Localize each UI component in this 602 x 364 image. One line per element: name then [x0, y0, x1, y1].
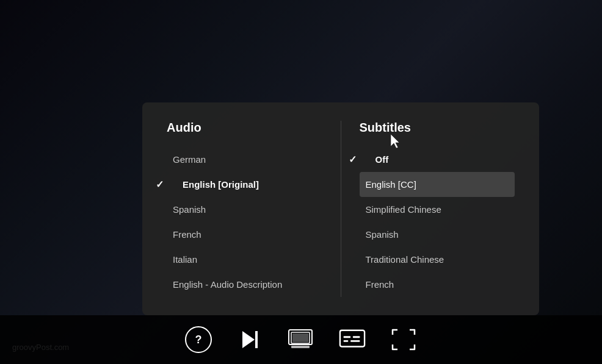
- subtitles-column: Subtitles ✓ Off English [CC] Simplified …: [360, 121, 515, 297]
- svg-rect-7: [344, 336, 350, 338]
- fullscreen-button[interactable]: [390, 326, 417, 353]
- audio-item-spanish-label: Spanish: [173, 204, 206, 215]
- audio-column: Audio German ✓ English [Original] Spanis…: [167, 121, 322, 297]
- subtitle-item-english-cc-label: English [CC]: [366, 179, 416, 190]
- audio-item-english-original-label: English [Original]: [183, 179, 259, 190]
- episodes-icon: [288, 329, 314, 351]
- subtitle-item-spanish-label: Spanish: [366, 229, 399, 240]
- subtitle-item-off-label: Off: [375, 154, 389, 165]
- subtitle-item-spanish[interactable]: Spanish: [360, 222, 515, 247]
- audio-item-italian[interactable]: Italian: [167, 247, 322, 272]
- audio-item-english-ad[interactable]: English - Audio Description: [167, 272, 322, 297]
- audio-item-english-original[interactable]: ✓ English [Original]: [167, 172, 322, 197]
- subtitles-icon: [339, 329, 366, 351]
- audio-item-french-label: French: [173, 229, 201, 240]
- audio-item-spanish[interactable]: Spanish: [167, 197, 322, 222]
- svg-rect-8: [353, 336, 360, 338]
- audio-subtitle-panel: Audio German ✓ English [Original] Spanis…: [142, 102, 539, 315]
- svg-rect-6: [340, 330, 364, 347]
- svg-marker-0: [242, 331, 255, 348]
- episodes-button[interactable]: [288, 326, 314, 353]
- subtitle-item-simplified-chinese[interactable]: Simplified Chinese: [360, 197, 515, 222]
- subtitle-item-off[interactable]: ✓ Off: [360, 147, 515, 172]
- subtitles-column-title: Subtitles: [360, 121, 515, 135]
- audio-item-german-label: German: [173, 154, 206, 165]
- audio-selected-check: ✓: [156, 179, 164, 190]
- controls-bar: ?: [0, 315, 602, 364]
- subtitles-button[interactable]: [339, 326, 366, 353]
- svg-rect-9: [344, 340, 349, 342]
- subtitle-item-traditional-chinese[interactable]: Traditional Chinese: [360, 247, 515, 272]
- svg-rect-10: [350, 340, 360, 342]
- subtitle-item-french[interactable]: French: [360, 272, 515, 297]
- audio-item-german[interactable]: German: [167, 147, 322, 172]
- subtitle-item-traditional-chinese-label: Traditional Chinese: [366, 254, 444, 265]
- subtitle-item-simplified-chinese-label: Simplified Chinese: [366, 204, 441, 215]
- help-icon: ?: [195, 334, 202, 346]
- subtitle-item-english-cc[interactable]: English [CC]: [360, 172, 515, 197]
- audio-item-english-ad-label: English - Audio Description: [173, 279, 282, 290]
- panel-divider: [341, 121, 341, 297]
- skip-next-icon: [239, 329, 261, 351]
- svg-rect-1: [255, 331, 258, 348]
- audio-column-title: Audio: [167, 121, 322, 135]
- svg-rect-3: [292, 334, 308, 342]
- audio-item-french[interactable]: French: [167, 222, 322, 247]
- fullscreen-icon: [391, 329, 416, 351]
- subtitle-item-french-label: French: [366, 279, 394, 290]
- skip-next-button[interactable]: [236, 326, 263, 353]
- help-button[interactable]: ?: [185, 326, 212, 353]
- svg-rect-4: [291, 346, 310, 348]
- subtitle-selected-check: ✓: [349, 154, 357, 165]
- audio-item-italian-label: Italian: [173, 254, 197, 265]
